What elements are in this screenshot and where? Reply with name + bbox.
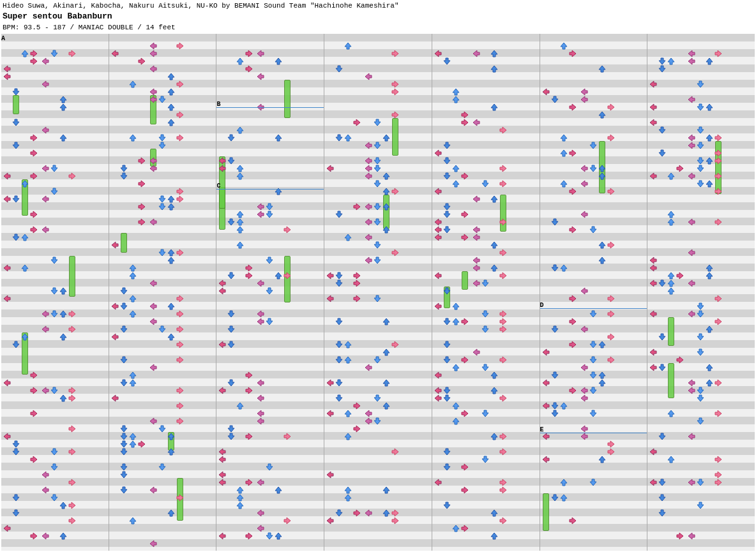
chart-column-5: [432, 34, 540, 551]
song-title: Super sentou Babanburn: [3, 11, 753, 22]
chart-column-7: [647, 34, 755, 551]
chart-column-1: A: [1, 34, 109, 551]
chart-area: A BC DE: [0, 34, 756, 551]
bpm-line: BPM: 93.5 - 187 / MANIAC DOUBLE / 14 fee…: [3, 23, 753, 33]
chart-column-2: [109, 34, 217, 551]
credit-line: Hideo Suwa, Akinari, Kabocha, Nakuru Ait…: [3, 1, 753, 11]
chart-column-3: BC: [216, 34, 324, 551]
chart-column-6: DE: [540, 34, 648, 551]
header: Hideo Suwa, Akinari, Kabocha, Nakuru Ait…: [0, 0, 756, 34]
chart-column-4: [324, 34, 432, 551]
